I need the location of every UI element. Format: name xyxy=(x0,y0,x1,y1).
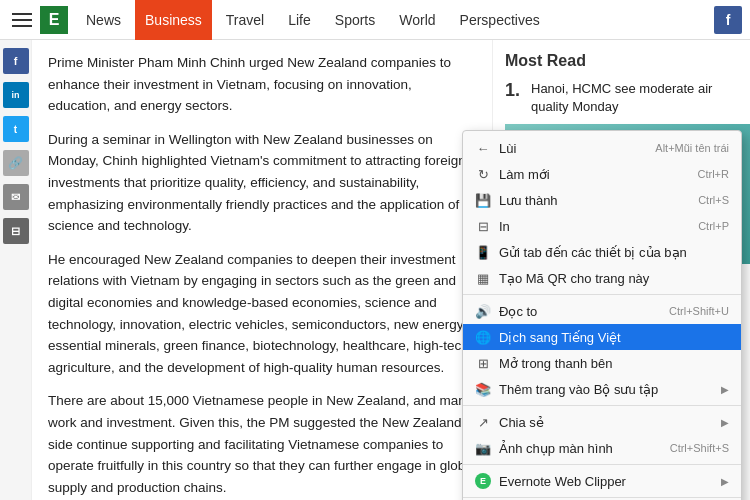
ctx-qr[interactable]: ▦ Tạo Mã QR cho trang này xyxy=(463,265,741,291)
ctx-refresh-shortcut: Ctrl+R xyxy=(698,168,729,180)
evernote-arrow: ▶ xyxy=(721,476,729,487)
ctx-send-tab[interactable]: 📱 Gửi tab đến các thiết bị của bạn xyxy=(463,239,741,265)
social-sidebar: f in t 🔗 ✉ ⊟ xyxy=(0,40,32,500)
print-button[interactable]: ⊟ xyxy=(3,218,29,244)
article-paragraph-1: Prime Minister Pham Minh Chinh urged New… xyxy=(48,52,476,117)
ctx-add-collection[interactable]: 📚 Thêm trang vào Bộ sưu tập ▶ xyxy=(463,376,741,402)
nav-life[interactable]: Life xyxy=(278,0,321,40)
share-arrow: ▶ xyxy=(721,417,729,428)
ctx-share-label: Chia sẻ xyxy=(499,415,544,430)
ctx-refresh[interactable]: ↻ Làm mới Ctrl+R xyxy=(463,161,741,187)
nav-world[interactable]: World xyxy=(389,0,445,40)
evernote-icon: E xyxy=(475,473,491,489)
print-ctx-icon: ⊟ xyxy=(475,218,491,234)
ctx-screenshot-shortcut: Ctrl+Shift+S xyxy=(670,442,729,454)
most-read-title: Most Read xyxy=(505,52,738,70)
ctx-divider-3 xyxy=(463,464,741,465)
ctx-share[interactable]: ↗ Chia sẻ ▶ xyxy=(463,409,741,435)
ctx-save-shortcut: Ctrl+S xyxy=(698,194,729,206)
ctx-print[interactable]: ⊟ In Ctrl+P xyxy=(463,213,741,239)
article-area: Prime Minister Pham Minh Chinh urged New… xyxy=(32,40,492,500)
most-read-item-1[interactable]: 1. Hanoi, HCMC see moderate air quality … xyxy=(505,80,738,116)
ctx-open-sidebar-label: Mở trong thanh bên xyxy=(499,356,613,371)
open-sidebar-icon: ⊞ xyxy=(475,355,491,371)
ctx-read-aloud-label: Đọc to xyxy=(499,304,537,319)
ctx-back-label: Lùi xyxy=(499,141,516,156)
nav-sports[interactable]: Sports xyxy=(325,0,385,40)
ctx-qr-label: Tạo Mã QR cho trang này xyxy=(499,271,649,286)
most-read-text-1: Hanoi, HCMC see moderate air quality Mon… xyxy=(531,80,738,116)
ctx-divider-4 xyxy=(463,497,741,498)
site-logo: E xyxy=(40,6,68,34)
qr-icon: ▦ xyxy=(475,270,491,286)
share-linkedin-button[interactable]: in xyxy=(3,82,29,108)
ctx-print-label: In xyxy=(499,219,510,234)
ctx-read-aloud[interactable]: 🔊 Đọc to Ctrl+Shift+U xyxy=(463,298,741,324)
article-text: Prime Minister Pham Minh Chinh urged New… xyxy=(48,52,476,500)
ctx-divider-2 xyxy=(463,405,741,406)
refresh-icon: ↻ xyxy=(475,166,491,182)
ctx-evernote-label: Evernote Web Clipper xyxy=(499,474,626,489)
ctx-translate[interactable]: 🌐 Dịch sang Tiếng Việt xyxy=(463,324,741,350)
ctx-add-collection-label: Thêm trang vào Bộ sưu tập xyxy=(499,382,658,397)
navbar: E News Business Travel Life Sports World… xyxy=(0,0,750,40)
share-email-button[interactable]: ✉ xyxy=(3,184,29,210)
nav-news[interactable]: News xyxy=(76,0,131,40)
ctx-refresh-label: Làm mới xyxy=(499,167,550,182)
ctx-screenshot-label: Ảnh chụp màn hình xyxy=(499,441,613,456)
add-collection-arrow: ▶ xyxy=(721,384,729,395)
nav-business[interactable]: Business xyxy=(135,0,212,40)
ctx-translate-label: Dịch sang Tiếng Việt xyxy=(499,330,621,345)
ctx-print-shortcut: Ctrl+P xyxy=(698,220,729,232)
article-paragraph-2: During a seminar in Wellington with New … xyxy=(48,129,476,237)
article-paragraph-3: He encouraged New Zealand companies to d… xyxy=(48,249,476,379)
ctx-save[interactable]: 💾 Lưu thành Ctrl+S xyxy=(463,187,741,213)
hamburger-button[interactable] xyxy=(8,6,36,34)
add-collection-icon: 📚 xyxy=(475,381,491,397)
ctx-evernote[interactable]: E Evernote Web Clipper ▶ xyxy=(463,468,741,494)
share-link-button[interactable]: 🔗 xyxy=(3,150,29,176)
ctx-save-label: Lưu thành xyxy=(499,193,558,208)
ctx-screenshot[interactable]: 📷 Ảnh chụp màn hình Ctrl+Shift+S xyxy=(463,435,741,461)
nav-travel[interactable]: Travel xyxy=(216,0,274,40)
share-twitter-button[interactable]: t xyxy=(3,116,29,142)
translate-icon: 🌐 xyxy=(475,329,491,345)
share-icon: ↗ xyxy=(475,414,491,430)
share-facebook-button[interactable]: f xyxy=(3,48,29,74)
facebook-nav-icon[interactable]: f xyxy=(714,6,742,34)
ctx-send-tab-label: Gửi tab đến các thiết bị của bạn xyxy=(499,245,687,260)
ctx-back[interactable]: ← Lùi Alt+Mũi tên trái xyxy=(463,135,741,161)
screenshot-icon: 📷 xyxy=(475,440,491,456)
nav-perspectives[interactable]: Perspectives xyxy=(450,0,550,40)
ctx-read-aloud-shortcut: Ctrl+Shift+U xyxy=(669,305,729,317)
back-icon: ← xyxy=(475,140,491,156)
save-icon: 💾 xyxy=(475,192,491,208)
read-aloud-icon: 🔊 xyxy=(475,303,491,319)
context-menu: ← Lùi Alt+Mũi tên trái ↻ Làm mới Ctrl+R … xyxy=(462,130,742,500)
send-tab-icon: 📱 xyxy=(475,244,491,260)
ctx-back-shortcut: Alt+Mũi tên trái xyxy=(655,142,729,154)
ctx-open-sidebar[interactable]: ⊞ Mở trong thanh bên xyxy=(463,350,741,376)
ctx-divider-1 xyxy=(463,294,741,295)
most-read-num-1: 1. xyxy=(505,80,523,116)
article-paragraph-4: There are about 15,000 Vietnamese people… xyxy=(48,390,476,498)
